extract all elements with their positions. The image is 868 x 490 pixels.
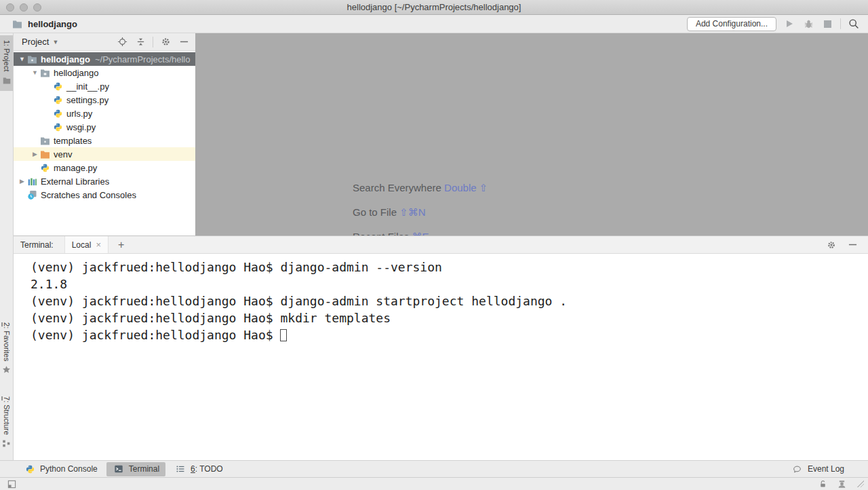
tree-item-label: External Libraries [41,176,109,187]
folder-icon [26,54,37,64]
left-tool-stripe: 1: Project 2: Favorites7: Structure [0,33,14,460]
tree-item-path: ~/PycharmProjects/hello [95,54,191,64]
terminal-line: (venv) jackfrued:hellodjango Hao$ django… [31,259,868,276]
gear-icon[interactable] [159,36,172,48]
run-icon[interactable] [783,18,795,30]
tree-row-external-libraries[interactable]: ▶External Libraries [14,174,195,188]
tree-row-urls-py[interactable]: urls.py [14,107,195,120]
minimize-window-button[interactable] [20,3,28,12]
shortcut-action-label: Go to File [353,206,399,218]
editor-shortcut-hints: Search Everywhere Double ⇧Go to File ⇧⌘N… [353,182,488,235]
python-icon [52,121,63,132]
folder-icon [39,135,50,146]
tree-item-label: venv [54,149,72,159]
shortcut-action-label: Search Everywhere [353,182,444,193]
tree-row--init-py[interactable]: __init__.py [14,79,195,93]
tree-item-label: templates [54,136,92,146]
close-icon[interactable]: × [96,240,101,249]
stripe-tab-favorites[interactable]: 2: Favorites [0,318,13,381]
shortcut-hint: Recent Files ⌘E [353,231,488,235]
event-log-label: Event Log [808,464,844,474]
python-icon [24,463,36,475]
titlebar[interactable]: hellodjango [~/PycharmProjects/hellodjan… [0,0,868,15]
terminal-line: 2.1.8 [31,276,868,293]
tree-row-hellodjango[interactable]: ▼hellodjango~/PycharmProjects/hello [14,52,195,66]
pycharm-window: hellodjango [~/PycharmProjects/hellodjan… [0,0,868,490]
python-icon [52,108,63,119]
terminal-tab-label: Local [72,240,92,250]
tree-item-label: urls.py [66,109,92,119]
stop-icon[interactable] [821,18,833,30]
hide-terminal-icon[interactable] [846,239,859,251]
tree-item-label: hellodjango [41,54,90,64]
hide-panel-icon[interactable] [178,36,190,48]
stripe-tab-project[interactable]: 1: Project [0,35,13,91]
tree-item-label: __init__.py [66,81,109,92]
tree-item-label: manage.py [54,163,97,173]
window-title: hellodjango [~/PycharmProjects/hellodjan… [0,2,868,12]
event-log-button[interactable]: Event Log [785,462,850,476]
tree-row-scratches-and-consoles[interactable]: Scratches and Consoles [14,188,195,202]
terminal-cursor [280,329,287,341]
tree-item-label: hellodjango [54,68,99,78]
hide-tool-windows-icon[interactable] [5,478,18,490]
unlocked-padlock-icon[interactable] [816,478,829,490]
search-everywhere-icon[interactable] [848,18,860,30]
tree-collapsed-arrow-icon[interactable]: ▶ [31,151,39,157]
terminal-header: Terminal: Local × + [14,236,868,254]
toolwindow-button-python-console[interactable]: Python Console [18,462,104,476]
terminal-tab-local[interactable]: Local × [64,236,108,253]
toolwindow-button-terminal[interactable]: Terminal [106,462,165,476]
tree-row-templates[interactable]: templates [14,134,195,147]
new-terminal-tab-button[interactable]: + [118,240,124,250]
todo-icon [174,463,186,475]
toolbar-separator [840,18,841,29]
editor-empty-area: Search Everywhere Double ⇧Go to File ⇧⌘N… [195,33,868,235]
breadcrumb[interactable]: hellodjango [11,18,77,30]
tree-expanded-arrow-icon[interactable]: ▼ [18,56,26,62]
stripe-tab-label: 1: Project [3,40,11,71]
tree-row-wsgi-py[interactable]: wsgi.py [14,120,195,134]
resize-grip[interactable] [857,480,864,487]
zoom-window-button[interactable] [33,3,41,12]
collapse-all-icon[interactable] [134,36,146,48]
python-icon [39,162,50,173]
main-toolbar: hellodjango Add Configuration... [0,15,868,33]
terminal-output[interactable]: (venv) jackfrued:hellodjango Hao$ django… [14,254,868,460]
toolwindow-button-6-todo[interactable]: 6: TODO [168,462,229,476]
folder-package-icon [39,67,50,78]
tree-item-label: wsgi.py [66,122,96,132]
stripe-bottom-group: 2: Favorites7: Structure [0,318,13,455]
tree-collapsed-arrow-icon[interactable]: ▶ [18,178,26,185]
terminal-settings-gear-icon[interactable] [825,239,837,251]
shortcut-hint: Search Everywhere Double ⇧ [353,182,488,195]
tool-folder-icon [3,75,11,87]
project-tool-window-header[interactable]: Project ▼ [14,33,195,51]
terminal-tool-window: Terminal: Local × + [14,235,868,460]
stripe-tab-label: 7: Structure [3,396,11,435]
stripe-tab-label: 2: Favorites [3,322,11,361]
terminal-line: (venv) jackfrued:hellodjango Hao$ django… [31,293,868,309]
close-window-button[interactable] [6,3,14,12]
tree-row-hellodjango[interactable]: ▼hellodjango [14,66,195,79]
tree-row-manage-py[interactable]: manage.py [14,161,195,174]
hector-inspections-icon[interactable] [835,478,848,490]
shortcut-hint: Go to File ⇧⌘N [353,206,488,219]
folder-excluded-icon [39,149,50,159]
python-icon [52,81,63,92]
tree-row-venv[interactable]: ▶venv [14,147,195,161]
project-folder-icon [11,18,23,30]
tree-expanded-arrow-icon[interactable]: ▼ [31,69,39,76]
python-icon [52,94,63,105]
tree-row-settings-py[interactable]: settings.py [14,93,195,107]
debug-icon[interactable] [802,18,814,30]
stripe-tab-structure[interactable]: 7: Structure [0,392,13,455]
terminal-line: (venv) jackfrued:hellodjango Hao$ mkdir … [31,309,868,326]
shortcut-action-label: Recent Files [353,231,412,235]
tree-item-label: settings.py [66,95,108,105]
toolwindow-button-label: Python Console [40,464,98,474]
add-configuration-button[interactable]: Add Configuration... [687,17,776,31]
toolwindow-button-label: 6: TODO [191,464,223,474]
terminal-panel-title: Terminal: [20,240,54,250]
locate-file-icon[interactable] [116,36,128,48]
